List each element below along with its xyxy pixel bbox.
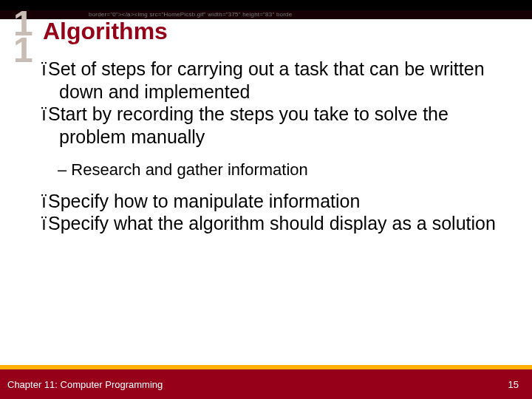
bullet-item: ïSpecify what the algorithm should displ…: [41, 212, 505, 235]
bullet-item: ïStart by recording the steps you take t…: [41, 103, 505, 148]
arrow-icon: ï: [41, 213, 47, 233]
footer-page-number: 15: [508, 379, 519, 390]
bullet-item: ïSet of steps for carrying out a task th…: [41, 58, 505, 103]
arrow-icon: ï: [41, 58, 47, 79]
slide-title: Algorithms: [43, 18, 168, 45]
arrow-icon: ï: [41, 191, 47, 211]
sub-bullet-item: – Research and gather information: [41, 160, 505, 181]
bullet-text: Specify what the algorithm should displa…: [48, 213, 496, 233]
bullet-text: Specify how to manipulate information: [48, 191, 360, 211]
footer-chapter-label: Chapter 11: Computer Programming: [7, 379, 163, 390]
sub-bullet-text: Research and gather information: [71, 160, 307, 179]
bullet-item: ïSpecify how to manipulate information: [41, 190, 505, 213]
dash-icon: –: [58, 160, 71, 179]
slide-body: ïSet of steps for carrying out a task th…: [41, 58, 505, 235]
bullet-text: Start by recording the steps you take to…: [48, 103, 449, 147]
chapter-number-line2: 1: [13, 35, 31, 65]
bullet-text: Set of steps for carrying out a task tha…: [48, 58, 485, 102]
arrow-icon: ï: [41, 103, 47, 124]
footer-bar: Chapter 11: Computer Programming 15: [0, 369, 532, 399]
top-black-bar: [0, 0, 532, 10]
chapter-number-watermark: 1 1: [13, 9, 31, 65]
